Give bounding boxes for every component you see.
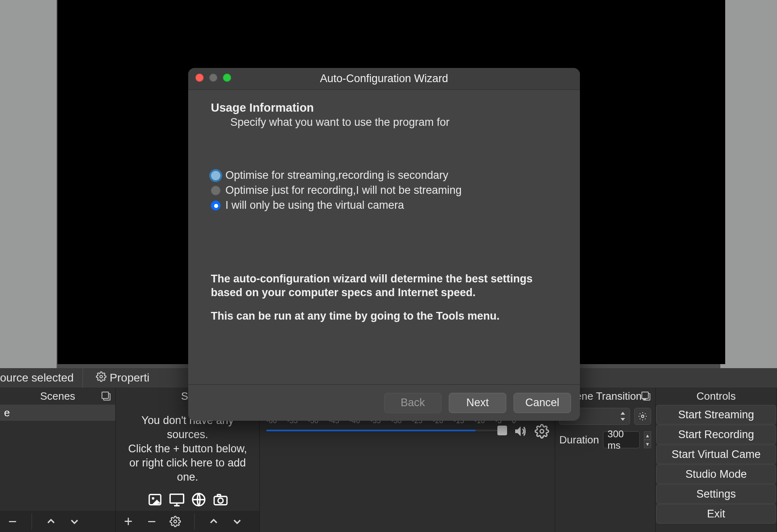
next-button[interactable]: Next <box>449 393 506 413</box>
move-down-button[interactable] <box>230 515 244 528</box>
properties-label: Properti <box>110 371 149 384</box>
dock-header-scenes-label: Scenes <box>40 390 75 403</box>
duration-stepper[interactable]: ▲ ▼ <box>644 431 651 448</box>
radio-label: Optimise for streaming,recording is seco… <box>225 169 448 182</box>
display-source-icon <box>168 492 186 508</box>
radio-label: I will only be using the virtual camera <box>225 199 404 212</box>
radio-icon <box>211 171 221 180</box>
svg-point-0 <box>100 375 103 378</box>
remove-scene-button[interactable]: − <box>6 515 19 528</box>
svg-point-9 <box>540 430 544 433</box>
duration-label: Duration <box>559 434 599 446</box>
dock-header-controls-label: Controls <box>696 390 736 403</box>
scene-item-label: e <box>4 407 10 419</box>
svg-rect-3 <box>170 494 183 503</box>
wizard-subheading: Specify what you want to use the program… <box>211 116 557 129</box>
settings-button[interactable]: Settings <box>656 484 776 504</box>
move-up-button[interactable] <box>207 515 221 528</box>
wizard-desc-line2: This can be run at any time by going to … <box>211 309 557 323</box>
popout-icon[interactable] <box>643 391 651 399</box>
auto-config-wizard-dialog: Auto-Configuration Wizard Usage Informat… <box>188 68 580 421</box>
scene-item[interactable]: e <box>0 405 115 421</box>
duration-input[interactable]: 300 ms <box>603 431 640 448</box>
svg-rect-7 <box>217 495 221 497</box>
radio-streaming[interactable]: Optimise for streaming,recording is seco… <box>211 169 557 182</box>
svg-marker-10 <box>621 412 625 415</box>
usage-radio-group: Optimise for streaming,recording is seco… <box>211 169 557 212</box>
start-recording-button[interactable]: Start Recording <box>656 425 776 444</box>
back-button: Back <box>384 393 442 413</box>
duration-value: 300 ms <box>607 428 635 451</box>
dock-header-controls[interactable]: Controls <box>656 388 777 405</box>
svg-point-8 <box>174 520 177 523</box>
svg-point-2 <box>152 497 154 500</box>
source-settings-button[interactable] <box>168 515 182 528</box>
mute-button[interactable] <box>513 424 527 439</box>
studio-mode-button[interactable]: Studio Mode <box>656 464 776 484</box>
volume-slider-track[interactable] <box>266 430 504 431</box>
sources-type-icons <box>116 492 259 508</box>
sources-toolbar: + − <box>116 511 259 532</box>
chevron-updown-icon <box>620 412 626 421</box>
wizard-description: The auto-configuration wizard will deter… <box>211 272 557 323</box>
chevron-down-icon[interactable]: ▼ <box>644 440 651 448</box>
dialog-button-row: Back Next Cancel <box>188 384 580 421</box>
dialog-titlebar[interactable]: Auto-Configuration Wizard <box>188 68 580 90</box>
remove-source-button[interactable]: − <box>145 515 159 528</box>
panel-sources[interactable]: You don't have any sources. Click the + … <box>116 405 260 532</box>
wizard-heading: Usage Information <box>211 101 557 114</box>
volume-slider-knob[interactable] <box>497 426 507 435</box>
dialog-title: Auto-Configuration Wizard <box>320 72 448 85</box>
popout-icon[interactable] <box>103 391 111 399</box>
wizard-desc-line1: The auto-configuration wizard will deter… <box>211 272 557 300</box>
add-source-button[interactable]: + <box>121 515 135 528</box>
start-virtual-camera-button[interactable]: Start Virtual Came <box>656 445 776 464</box>
radio-icon <box>211 186 221 195</box>
camera-source-icon <box>212 492 229 508</box>
move-up-button[interactable] <box>44 515 58 528</box>
transition-settings-button[interactable] <box>634 408 651 425</box>
radio-label: Optimise just for recording,I will not b… <box>225 184 462 197</box>
radio-recording[interactable]: Optimise just for recording,I will not b… <box>211 184 557 197</box>
svg-point-12 <box>641 415 644 418</box>
status-separator <box>83 368 83 388</box>
exit-button[interactable]: Exit <box>656 504 776 524</box>
sources-msg-line3: or right click here to add one. <box>121 456 255 484</box>
zoom-window-button[interactable] <box>223 74 231 82</box>
radio-virtual-camera[interactable]: I will only be using the virtual camera <box>211 199 557 212</box>
panel-controls: Start Streaming Start Recording Start Vi… <box>656 405 777 532</box>
dock-body: e − You don't have any sources. Click th… <box>0 405 777 532</box>
svg-point-6 <box>218 498 223 504</box>
move-down-button[interactable] <box>68 515 81 528</box>
app-root: ource selected Properti Scenes So Scene … <box>0 0 777 532</box>
browser-source-icon <box>190 492 208 508</box>
scenes-toolbar: − <box>0 511 115 532</box>
image-source-icon <box>146 492 164 508</box>
panel-transitions: le Duration 300 ms ▲ ▼ <box>555 405 656 532</box>
chevron-up-icon[interactable]: ▲ <box>644 431 651 440</box>
dock-header-scenes[interactable]: Scenes <box>0 388 116 405</box>
panel-scenes: e − <box>0 405 116 532</box>
cancel-button[interactable]: Cancel <box>514 393 571 413</box>
status-text: ource selected <box>0 371 74 384</box>
gear-icon <box>96 371 106 385</box>
radio-icon <box>211 201 221 210</box>
minimize-window-button <box>209 74 217 82</box>
sources-msg-line2: Click the + button below, <box>121 442 255 456</box>
properties-button[interactable]: Properti <box>96 371 149 385</box>
dialog-body: Usage Information Specify what you want … <box>188 90 580 323</box>
mixer-settings-button[interactable] <box>535 424 549 439</box>
traffic-lights <box>195 74 231 82</box>
svg-marker-11 <box>621 418 625 421</box>
panel-mixer: -60 -55 -50 -45 -40 -35 -30 -25 -20 -15 … <box>260 405 555 532</box>
start-streaming-button[interactable]: Start Streaming <box>656 405 776 424</box>
close-window-button[interactable] <box>195 74 204 82</box>
